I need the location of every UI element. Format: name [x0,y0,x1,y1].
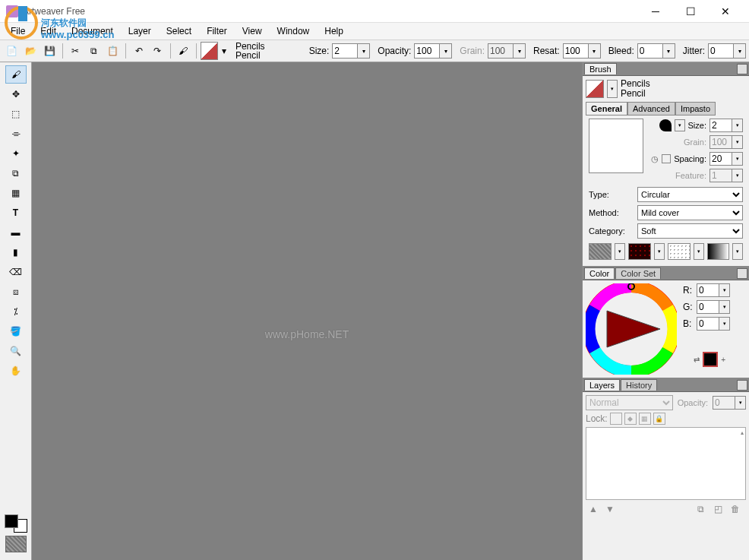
color-tab[interactable]: Color [584,267,615,279]
paper-swatch[interactable] [589,243,612,260]
jitter-dropdown[interactable]: ▾ [734,43,746,59]
swap-colors-icon[interactable]: ⇄ [694,356,700,364]
perspective-tool[interactable]: ▦ [5,184,27,202]
delete-layer-button[interactable]: 🗑 [731,504,743,514]
b-dd[interactable]: ▾ [719,317,730,331]
b-value[interactable] [697,317,719,331]
layer-group-button[interactable]: ⧉ [697,504,709,514]
bleed-value[interactable] [637,43,663,59]
brush-tab-general[interactable]: General [586,102,627,115]
eyedropper-tool[interactable]: ⁒ [5,302,27,321]
gradient-swatch[interactable] [707,243,729,260]
menu-window[interactable]: Window [270,24,318,38]
bleed-dropdown[interactable]: ▾ [663,43,675,59]
wand-tool[interactable]: ✦ [5,144,27,163]
opacity-value[interactable] [414,43,440,59]
history-tab[interactable]: History [621,379,657,391]
pattern-dd[interactable]: ▾ [654,243,665,260]
lasso-tool[interactable]: ⌯ [5,125,27,143]
fg-bg-swatch[interactable] [5,514,27,533]
new-file-button[interactable]: 📄 [3,42,21,60]
brush-size-dd[interactable]: ▾ [732,119,743,132]
brush-tab-impasto[interactable]: Impasto [675,102,716,115]
brush-preview-swatch[interactable] [201,42,218,60]
menu-help[interactable]: Help [317,24,351,38]
current-color-swatch[interactable] [703,352,718,367]
r-value[interactable] [697,283,719,297]
resat-dropdown[interactable]: ▾ [589,43,601,59]
layers-list[interactable]: ▴ [586,427,746,500]
add-color-icon[interactable]: + [721,356,725,364]
clock-icon[interactable]: ◷ [651,154,659,164]
menu-filter[interactable]: Filter [199,24,235,38]
g-value[interactable] [697,300,719,314]
lock-pixels[interactable]: ◆ [624,413,637,425]
menu-view[interactable]: View [235,24,270,38]
brush-tool-icon[interactable]: 🖌 [175,42,192,60]
dab-dropdown[interactable]: ▾ [675,119,685,131]
fg-color-swatch[interactable] [5,514,18,528]
menu-edit[interactable]: Edit [33,24,64,38]
brush-thumbnail[interactable] [586,80,604,98]
redo-button[interactable]: ↷ [149,42,166,60]
move-tool[interactable]: ✥ [5,85,27,103]
dab-shape-icon[interactable] [659,119,672,131]
lock-all[interactable]: 🔒 [653,413,665,425]
nozzle-dd[interactable]: ▾ [694,243,704,260]
g-dd[interactable]: ▾ [719,300,730,314]
menu-document[interactable]: Document [64,24,121,38]
resat-input[interactable]: ▾ [563,43,601,59]
gradient-tool[interactable]: ▮ [5,243,27,261]
brush-tab-advanced[interactable]: Advanced [627,102,675,115]
color-set-tab[interactable]: Color Set [615,267,661,279]
brush-panel-menu[interactable] [737,64,747,74]
layer-down-button[interactable]: ▼ [605,504,618,514]
color-panel-menu[interactable] [737,268,747,279]
bleed-input[interactable]: ▾ [637,43,675,59]
size-value[interactable] [332,43,358,59]
crop-tool[interactable]: ⧉ [5,164,27,182]
new-layer-button[interactable]: ◰ [714,504,726,514]
menu-file[interactable]: File [3,24,33,38]
r-dd[interactable]: ▾ [719,283,730,297]
save-file-button[interactable]: 💾 [41,42,58,60]
scroll-up-icon[interactable]: ▴ [741,429,744,436]
size-dropdown[interactable]: ▾ [358,43,370,59]
close-button[interactable]: ✕ [708,0,743,23]
undo-button[interactable]: ↶ [130,42,147,60]
stamp-tool[interactable]: ⧇ [5,283,27,301]
resat-value[interactable] [563,43,589,59]
layer-up-button[interactable]: ▲ [589,504,601,514]
brush-category-select[interactable]: Soft [637,223,743,239]
lock-transparency[interactable] [610,413,622,425]
brush-tool[interactable]: 🖌 [5,65,27,84]
menu-select[interactable]: Select [159,24,199,38]
brush-tab[interactable]: Brush [584,63,617,74]
hand-tool[interactable]: ✋ [5,362,27,380]
brush-dropdown[interactable]: ▾ [220,42,229,60]
jitter-input[interactable]: ▾ [708,43,746,59]
eraser-tool[interactable]: ⌫ [5,263,27,281]
lock-position[interactable]: ▦ [639,413,651,425]
text-tool[interactable]: T [5,204,27,222]
brush-method-select[interactable]: Mild cover [637,205,743,220]
zoom-tool[interactable]: 🔍 [5,342,27,360]
minimize-button[interactable]: ─ [638,0,673,23]
brush-type-select[interactable]: Circular [637,187,743,202]
brush-spacing-dd[interactable]: ▾ [732,152,743,166]
brush-variant-dropdown[interactable]: ▾ [607,80,618,98]
brush-size-value[interactable] [709,119,732,132]
canvas-area[interactable]: www.pHome.NET [32,62,582,560]
paper-dd[interactable]: ▾ [615,243,625,260]
opacity-input[interactable]: ▾ [414,43,452,59]
spacing-checkbox[interactable] [662,154,671,163]
jitter-value[interactable] [708,43,734,59]
opacity-dropdown[interactable]: ▾ [440,43,452,59]
open-file-button[interactable]: 📂 [22,42,40,60]
size-input[interactable]: ▾ [332,43,370,59]
selection-tool[interactable]: ⬚ [5,105,27,123]
copy-button[interactable]: ⧉ [85,42,103,60]
gradient-dd[interactable]: ▾ [732,243,743,260]
layers-tab[interactable]: Layers [584,379,620,391]
maximize-button[interactable]: ☐ [673,0,708,23]
